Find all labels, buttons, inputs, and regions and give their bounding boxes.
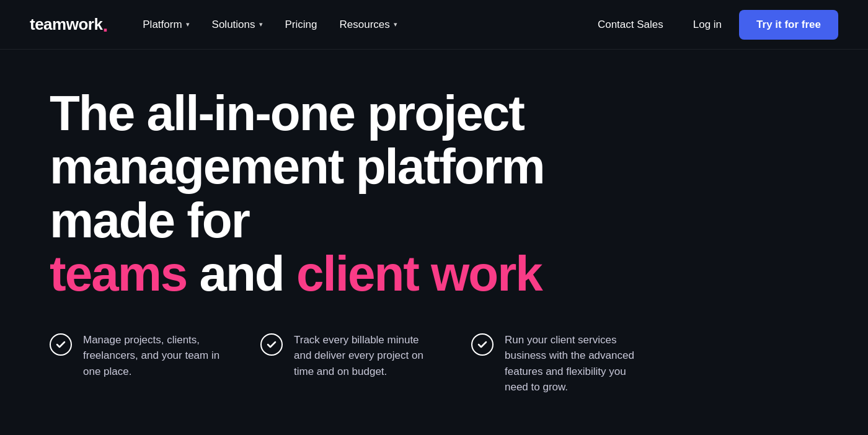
logo[interactable]: teamwork.	[30, 15, 108, 35]
feature-item-3: Run your client services business with t…	[471, 332, 645, 395]
hero-title: The all-in-one project management platfo…	[50, 87, 608, 301]
features-list: Manage projects, clients, freelancers, a…	[50, 332, 818, 395]
logo-text: teamwork	[30, 15, 102, 34]
feature-text-1: Manage projects, clients, freelancers, a…	[83, 332, 223, 380]
navbar: teamwork. Platform ▾ Solutions ▾ Pricing…	[0, 0, 868, 50]
check-icon-1	[50, 333, 72, 356]
resources-chevron-icon: ▾	[394, 20, 397, 29]
nav-resources[interactable]: Resources ▾	[329, 14, 407, 36]
nav-right: Contact Sales Log in Try it for free	[585, 10, 838, 40]
solutions-chevron-icon: ▾	[259, 20, 263, 29]
logo-dot: .	[102, 15, 108, 35]
feature-text-3: Run your client services business with t…	[505, 332, 645, 395]
hero-title-line2: management platform made for	[50, 139, 544, 247]
platform-chevron-icon: ▾	[186, 20, 190, 29]
contact-sales-link[interactable]: Contact Sales	[585, 12, 676, 37]
hero-highlight-teams: teams	[50, 246, 187, 301]
feature-item-2: Track every billable minute and deliver …	[260, 332, 434, 395]
hero-highlight-client-work: client work	[296, 246, 542, 301]
hero-title-and: and	[187, 246, 296, 301]
nav-solutions[interactable]: Solutions ▾	[202, 14, 273, 36]
try-free-button[interactable]: Try it for free	[739, 10, 838, 40]
hero-title-line1: The all-in-one project	[50, 86, 524, 141]
feature-item-1: Manage projects, clients, freelancers, a…	[50, 332, 223, 395]
feature-text-2: Track every billable minute and deliver …	[294, 332, 434, 380]
nav-pricing[interactable]: Pricing	[275, 14, 327, 36]
nav-links: Platform ▾ Solutions ▾ Pricing Resources…	[133, 14, 585, 36]
hero-section: The all-in-one project management platfo…	[0, 50, 868, 426]
check-icon-2	[260, 333, 283, 356]
check-icon-3	[471, 333, 494, 356]
login-link[interactable]: Log in	[681, 12, 734, 37]
nav-platform[interactable]: Platform ▾	[133, 14, 199, 36]
